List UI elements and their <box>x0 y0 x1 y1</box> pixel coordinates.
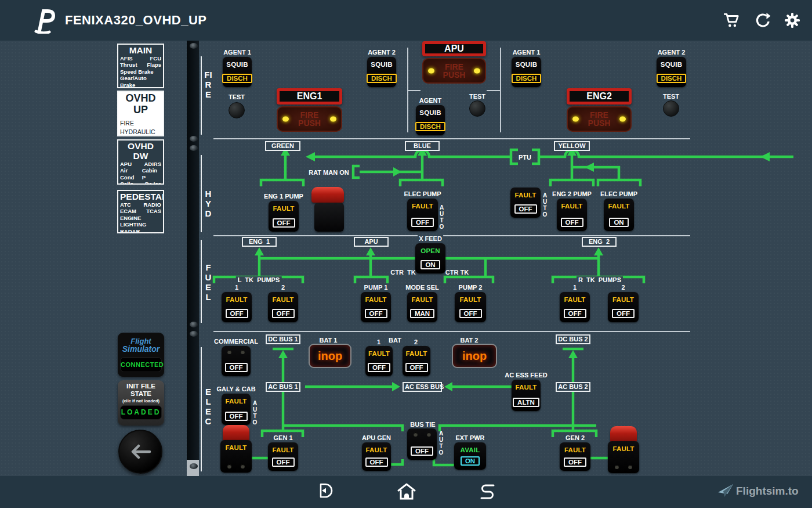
apu-fire-handle[interactable]: APU FIREPUSH <box>422 41 486 84</box>
fire-eng2-agent1-squib[interactable]: AGENT 1SQUIBDISCH <box>512 57 541 87</box>
fuel-ctr-pump2-switch[interactable]: PUMP 2FAULTOFF <box>455 292 486 322</box>
annunciator-bottom: OFF <box>405 363 428 372</box>
fire-handle-guard: ENG2 <box>567 88 632 105</box>
fire-push-button: FIREPUSH <box>277 106 342 132</box>
hyd-blue-elec-pump-switch-label: ELEC PUMP <box>403 190 442 197</box>
gear-icon[interactable] <box>784 12 801 28</box>
hyd-eng1-pump-switch[interactable]: ENG 1 PUMPFAULTOFF <box>269 201 299 232</box>
sidebar-menu-main[interactable]: MAINAFISFCUThrustFlapsSpeed BrakeGear/Au… <box>117 44 164 88</box>
elec-idg2-switch[interactable]: FAULT <box>608 441 639 473</box>
refresh-icon[interactable] <box>753 12 771 28</box>
fire-push-button: FIREPUSH <box>422 58 486 84</box>
menu-item[interactable]: RADAR <box>120 228 161 233</box>
fuel-right-pump1-switch[interactable]: 1FAULTOFF <box>560 292 590 322</box>
menu-item[interactable]: Gear/Auto Brake <box>120 75 161 88</box>
annunciator-top: SQUIB <box>516 61 537 68</box>
ac-bus1-label: AC BUS 1 <box>266 382 300 392</box>
screw <box>190 145 198 151</box>
hyd-eng2-pump-switch[interactable]: ENG 2 PUMPFAULTOFF <box>557 199 587 231</box>
annunciator-bottom: OFF <box>272 457 295 467</box>
annunciator-top: FAULT <box>411 296 433 303</box>
fire-apu-test-button[interactable] <box>469 100 485 117</box>
hyd-blue-elec-pump-switch[interactable]: ELEC PUMPFAULTOFF <box>407 199 438 231</box>
fuel-left-pump1-switch-label: 1 <box>234 284 240 291</box>
elec-section-title: ELEC <box>204 387 213 426</box>
fire-eng1-agent2-squib-label: AGENT 2 <box>367 49 397 56</box>
nav-back-icon[interactable] <box>315 482 335 500</box>
fuel-left-pump1-switch[interactable]: 1FAULTOFF <box>222 292 252 322</box>
cart-icon[interactable] <box>723 12 740 28</box>
menu-item[interactable]: ECAMTCAS <box>120 208 161 214</box>
elec-idg1-switch[interactable]: FAULT <box>220 440 252 473</box>
sidebar-menu-ovhd-dw[interactable]: OVHD DWAPUADIRSAir CondCabin PCallsDe Ic… <box>117 139 164 185</box>
elec-bat2-switch[interactable]: FAULTOFF <box>403 346 430 376</box>
menu-item[interactable]: Speed Brake <box>120 69 161 75</box>
menu-item[interactable]: HYDRAULIC <box>120 128 161 136</box>
menu-item[interactable]: ENGINE <box>120 215 161 221</box>
eng1-fire-handle[interactable]: ENG1 FIREPUSH <box>277 88 342 132</box>
annunciator-bottom: OFF <box>273 218 295 228</box>
elec-bus-tie-switch[interactable]: OFF <box>407 428 437 460</box>
menu-item[interactable]: Air CondCabin P <box>120 167 161 181</box>
page-title: FENIXA320_OVHD_UP <box>65 13 206 28</box>
fuel-eng1-label: ENG 1 <box>242 237 277 247</box>
fuel-mode-sel-switch-label: MODE SEL <box>404 284 440 291</box>
fuel-left-pump2-switch-label: 2 <box>280 284 286 291</box>
nav-home-icon[interactable] <box>396 482 417 501</box>
elec-apu-gen-switch[interactable]: APU GENFAULTOFF <box>362 442 391 471</box>
menu-item[interactable]: CallsDe Ice <box>120 181 161 185</box>
menu-item[interactable]: ATCRADIO <box>120 201 161 208</box>
indicator-dots <box>227 350 245 354</box>
elec-ac-ess-feed-switch[interactable]: AC ESS FEEDFAULTALTN <box>512 380 541 411</box>
elec-gen2-switch[interactable]: GEN 2FAULTOFF <box>560 442 590 471</box>
elec-ext-pwr-switch[interactable]: EXT PWRAVAILON <box>454 442 486 470</box>
fuel-left-pump2-switch[interactable]: 2FAULTOFF <box>268 292 298 322</box>
elec-commercial-switch[interactable]: COMMERCIALOFF <box>222 346 251 376</box>
init-file-state-button[interactable]: INIT FILE STATE (clic if not loaded) LOA… <box>118 380 164 426</box>
hyd-yellow-elec-pump-switch[interactable]: ELEC PUMPFAULTON <box>604 199 634 231</box>
fuel-xfeed-switch[interactable]: X FEEDOPENON <box>415 243 445 273</box>
menu-item[interactable]: ThrustFlaps <box>120 62 161 68</box>
auto-label: AUTO <box>252 400 258 426</box>
menu-item[interactable]: AFISFCU <box>120 55 161 62</box>
hyd-ptu-switch[interactable]: FAULTOFF <box>510 188 541 218</box>
bat-num2-label: 2 <box>414 338 418 345</box>
fire-eng1-agent2-squib[interactable]: AGENT 2SQUIBDISCH <box>367 57 396 87</box>
bat2-label: BAT 2 <box>461 337 478 344</box>
rat-man-on-guard-switch[interactable] <box>311 187 344 203</box>
back-button[interactable] <box>118 430 162 474</box>
fuel-mode-sel-switch[interactable]: MODE SELFAULTMAN <box>407 292 437 322</box>
annunciator-bottom: OFF <box>564 309 586 318</box>
menu-item[interactable]: FIRE <box>120 119 161 128</box>
sim-connection-button[interactable]: Flight Simulator CONNECTED <box>118 333 164 377</box>
elec-apu-gen-switch-label: APU GEN <box>361 434 392 441</box>
rat-man-on-switch-body[interactable] <box>314 203 344 232</box>
fire-eng2-test-button[interactable] <box>663 100 679 117</box>
annunciator-bottom: OFF <box>226 309 248 318</box>
init-title: INIT FILE STATE <box>118 380 164 398</box>
annunciator-top: FAULT <box>515 384 536 391</box>
fuel-ctr-pump1-switch-label: PUMP 1 <box>363 284 389 291</box>
eng2-fire-handle[interactable]: ENG2 FIREPUSH <box>567 88 632 132</box>
bat1-voltage-display: inop <box>309 344 351 368</box>
nav-recents-icon[interactable] <box>477 482 497 500</box>
elec-gen1-switch[interactable]: GEN 1FAULTOFF <box>268 442 298 471</box>
menu-item[interactable]: APUADIRS <box>120 161 161 167</box>
fire-eng1-test-button[interactable] <box>229 102 245 118</box>
idg1-guard[interactable] <box>223 425 249 441</box>
fuel-ctr-pump1-switch[interactable]: PUMP 1FAULTOFF <box>361 292 391 322</box>
idg2-guard[interactable] <box>610 426 637 442</box>
fuel-right-pump2-switch[interactable]: 2FAULTOFF <box>608 292 639 322</box>
elec-bat1-switch[interactable]: FAULTOFF <box>365 346 393 376</box>
fire-eng2-agent2-squib[interactable]: AGENT 2SQUIBDISCH <box>657 57 686 87</box>
elec-galy-cab-switch[interactable]: GALY & CABFAULTOFF <box>222 394 251 425</box>
menu-item[interactable]: LIGHTING <box>120 221 161 228</box>
paper-plane-icon <box>718 484 733 498</box>
rat-man-on-label: RAT MAN ON <box>309 169 349 176</box>
ctr-tk-right-label: CTR TK <box>445 269 469 276</box>
sidebar-menu-pedestal[interactable]: PEDESTALATCRADIOECAMTCASENGINELIGHTINGRA… <box>117 190 164 233</box>
fire-eng1-agent1-squib[interactable]: AGENT 1SQUIBDISCH <box>223 57 252 87</box>
annunciator-top: FAULT <box>365 446 387 453</box>
sidebar-menu-ovhd-up[interactable]: OVHD UPFIREHYDRAULICFUELELECTRIC <box>117 91 164 136</box>
fire-apu-agent-squib[interactable]: AGENTSQUIBDISCH <box>416 105 445 135</box>
